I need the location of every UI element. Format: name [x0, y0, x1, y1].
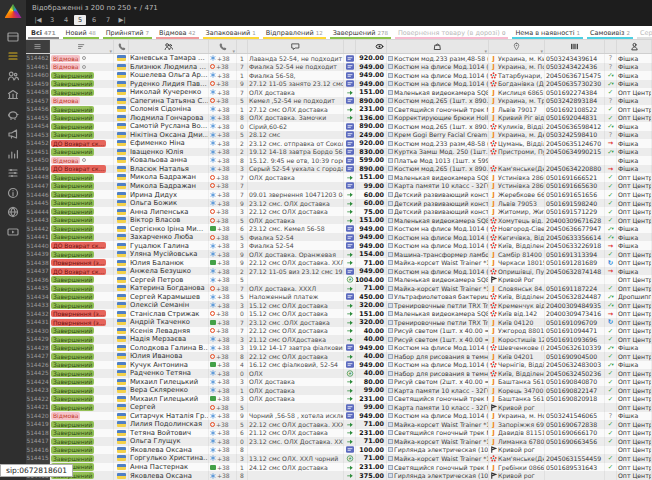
- table-row[interactable]: 514421ЗавершенийСергей+38599.00Карта пам…: [26, 403, 652, 412]
- column-header-source[interactable]: [617, 40, 652, 53]
- table-row[interactable]: 514456ЗавершенийСоломія Сідоніна+38127.1…: [26, 105, 652, 114]
- filter-chevron-icon[interactable]: ▾: [540, 48, 543, 54]
- tab-самовивіз[interactable]: Самовивіз2: [585, 26, 635, 39]
- column-header-tracking[interactable]: [545, 40, 605, 53]
- page-button-6[interactable]: 6: [88, 15, 100, 25]
- table-row[interactable]: 514446ЗавершенийИрина Дидух+38709.01 зве…: [26, 190, 652, 199]
- sidebar-item-customers[interactable]: [0, 66, 26, 86]
- column-header-flag[interactable]: [114, 40, 129, 53]
- table-row[interactable]: 514458ЗавершенийНиколай Кучеренко+387ОЛХ…: [26, 88, 652, 97]
- table-row[interactable]: 514417ЗавершенийОльга Глущук+38023.12 см…: [26, 437, 652, 446]
- table-row[interactable]: 514423ЗавершенийВера Скляренко+381ОЛХ до…: [26, 386, 652, 395]
- table-row[interactable]: 514428ЗавершенийСолодкова Галина В…+3831…: [26, 344, 652, 353]
- tab-відправлений[interactable]: Відправлений12: [261, 26, 328, 39]
- column-header-phone[interactable]: ▾: [209, 40, 237, 53]
- page-button-5[interactable]: 5: [74, 15, 86, 25]
- table-row[interactable]: 514416ЗавершенийЯковлева Оксана+388100.0…: [26, 446, 652, 455]
- page-button-4[interactable]: 4: [60, 15, 72, 25]
- table-row[interactable]: 514459ЗавершенийРуденко Лидия Пав…+38927…: [26, 80, 652, 89]
- table-row[interactable]: 514431Повернення (з…Андрій Ткаченко+3872…: [26, 318, 652, 327]
- table-row[interactable]: 514415ЗавершенийГоргулько Христина…+3831…: [26, 454, 652, 463]
- sidebar-item-info[interactable]: [0, 183, 26, 203]
- table-row[interactable]: 514447ЗавершенийМикола Бадражан+38799.00…: [26, 182, 652, 191]
- table-row[interactable]: 514414ЗавершенийАнна Пастернак+38124.12 …: [26, 463, 652, 472]
- column-header-name[interactable]: [129, 40, 209, 53]
- page-button-3[interactable]: 3: [46, 15, 58, 25]
- table-row[interactable]: 514460ЗавершенийКошелева Ольга Ар…+381Фи…: [26, 71, 652, 80]
- filter-chevron-icon[interactable]: ▾: [232, 48, 235, 54]
- table-row[interactable]: 514451ЗавершенийІващенко Юлія+38219.12 1…: [26, 148, 652, 157]
- table-row[interactable]: 514438Повернення (з…Юлия Баланюк+38922.1…: [26, 258, 652, 267]
- table-row[interactable]: 514439ЗавершенийУляна Мусійовська+389ОЛХ…: [26, 250, 652, 259]
- table-row[interactable]: 514419ЗавершенийЛилия Подолинская+38522.…: [26, 420, 652, 429]
- table-row[interactable]: 514426ЗавершенийКучук Антонина+38416.12 …: [26, 361, 652, 370]
- tab-прийнятий[interactable]: Прийнятий7: [101, 26, 154, 39]
- tab-запакований[interactable]: Запакований1: [201, 26, 261, 39]
- page-button-7[interactable]: 7: [102, 15, 114, 25]
- chevron-down-icon[interactable]: ▾: [134, 4, 137, 11]
- table-row[interactable]: 514450ВідмоваКовальова анна+38815.12. 9:…: [26, 156, 652, 165]
- cell-product: Майка-корсет Waist Trainer *142…: [387, 258, 489, 267]
- table-row[interactable]: 514455ЗавершенийЛюдмила Гончарова+388ОЛХ…: [26, 114, 652, 123]
- tab-повернення-товару-в-дорозі-[interactable]: Повернення товару (в дорозі)0: [393, 26, 510, 39]
- tab-сервіси[interactable]: Сервіси0: [635, 26, 652, 39]
- table-row[interactable]: 514461ВідмоваБлизнюк Людмила …+387Фиалка…: [26, 63, 652, 72]
- table-row[interactable]: 514427ЗавершенийЮлия Иванова+38822.12 см…: [26, 352, 652, 361]
- filter-chevron-icon[interactable]: ▾: [109, 48, 112, 54]
- table-row[interactable]: 514432Повернення (з…Станіслав Стрижак+38…: [26, 309, 652, 318]
- tab-новий[interactable]: Новий48: [61, 26, 101, 39]
- table-row[interactable]: 514436ЗавершенийСергей Петров+385₴1004.0…: [26, 275, 652, 284]
- table-row[interactable]: 514453ЗавершенийНікітіна Оксана Дми…+385…: [26, 131, 652, 140]
- tab-нема-в-наявності[interactable]: Нема в наявності1: [510, 26, 585, 39]
- sidebar-item-support[interactable]: [0, 203, 26, 223]
- table-row[interactable]: 514430ЗавершенийКсенія Левадняя+38722.12…: [26, 327, 652, 336]
- table-row[interactable]: 514457ВідмоваСапегина Татьяна С…+385Кеме…: [26, 97, 652, 106]
- table-row[interactable]: 514449ДО Возврат ск…Власюк Наталья+383Се…: [26, 165, 652, 174]
- table-row[interactable]: 514442ЗавершенийСергієнко Іріна Ми…+3862…: [26, 224, 652, 233]
- table-row[interactable]: 514441ЗавершенийЗахарченко Люба+385Фиалк…: [26, 233, 652, 242]
- filter-chevron-icon[interactable]: ▾: [484, 48, 487, 54]
- table-row[interactable]: 514448ЗавершенийМикола Бадражан+387ОЛХ д…: [26, 173, 652, 182]
- column-header-price[interactable]: [356, 40, 387, 53]
- sidebar-item-video[interactable]: [0, 222, 26, 242]
- column-header-location[interactable]: ▾: [489, 40, 545, 53]
- column-header-status[interactable]: ▾: [50, 40, 114, 53]
- table-row[interactable]: 514425ЗавершенийРадченко Тетяна+380ОЛХ₴4…: [26, 369, 652, 378]
- column-header-id[interactable]: [26, 40, 50, 53]
- table-row[interactable]: 514444ЗавершенийАнна Липенська+38322.12 …: [26, 207, 652, 216]
- sidebar-item-settings[interactable]: [0, 164, 26, 184]
- table-row[interactable]: 514445ЗавершенийОльга Божик+38923.12 смс…: [26, 199, 652, 208]
- tab-відмова[interactable]: Відмова42: [154, 26, 200, 39]
- table-row[interactable]: 514420ВідмоваСитарчук Наталія Гр…+389Чор…: [26, 412, 652, 421]
- table-row[interactable]: 514435ЗавершенийКатерина Богданова+387ОЛ…: [26, 284, 652, 293]
- table-row[interactable]: 514413ЗавершенийЯковлева Оксана+388375.0…: [26, 471, 652, 480]
- table-row[interactable]: 514440ДО Возврат ск…Гуцалюк Галина+383Фи…: [26, 241, 652, 250]
- sidebar-item-finance[interactable]: [0, 105, 26, 125]
- tab-завершений[interactable]: Завершений278: [328, 26, 393, 39]
- tab-всі[interactable]: Всі471: [26, 26, 61, 39]
- sidebar-item-warehouse[interactable]: [0, 86, 26, 106]
- table-row[interactable]: 514443ЗавершенийВіктор Власов+385ОЛХ дос…: [26, 216, 652, 225]
- column-header-pay[interactable]: [344, 40, 356, 53]
- table-row[interactable]: 514434ЗавершенийСергей Карамышев+385Нало…: [26, 292, 652, 301]
- sidebar-item-reports[interactable]: [0, 144, 26, 164]
- table-row[interactable]: 514454ЗавершенийСамотій Руслана Во…+380С…: [26, 122, 652, 131]
- table-row[interactable]: 514452ДО Возврат ск…Єфименко Ніна+38223.…: [26, 139, 652, 148]
- table-row[interactable]: 514433ЗавершенийОлексій Семанін+38315.12…: [26, 301, 652, 310]
- table-row[interactable]: 514437ДО Возврат ск…Анжела Безушко+38227…: [26, 267, 652, 276]
- column-header-comment[interactable]: [248, 40, 344, 53]
- last-page-button[interactable]: ▶|: [116, 15, 128, 25]
- table-row[interactable]: 514418ЗавершенийТетяна Войтович+38621.12…: [26, 429, 652, 438]
- table-row[interactable]: 514422ЗавершенийМихаил Гилецький+383ОЛХ …: [26, 395, 652, 404]
- column-header-count[interactable]: [237, 40, 248, 53]
- sidebar-item-marketing[interactable]: [0, 125, 26, 145]
- table-row[interactable]: 514462ВідмоваКаневська Тамара …+381Лаван…: [26, 54, 652, 63]
- app-logo-icon[interactable]: [5, 4, 22, 18]
- table-row[interactable]: 514424ЗавершенийМихаил Гилецький+383ОЛХ …: [26, 378, 652, 387]
- column-header-check[interactable]: [605, 40, 617, 53]
- sidebar-item-dashboard[interactable]: [0, 27, 26, 47]
- table-row[interactable]: 514429ЗавершенийНадія Мерзаєва+38321.12 …: [26, 335, 652, 344]
- sidebar-item-orders[interactable]: [0, 47, 26, 67]
- column-header-product[interactable]: ▾: [387, 40, 489, 53]
- first-page-button[interactable]: |◀: [32, 15, 44, 25]
